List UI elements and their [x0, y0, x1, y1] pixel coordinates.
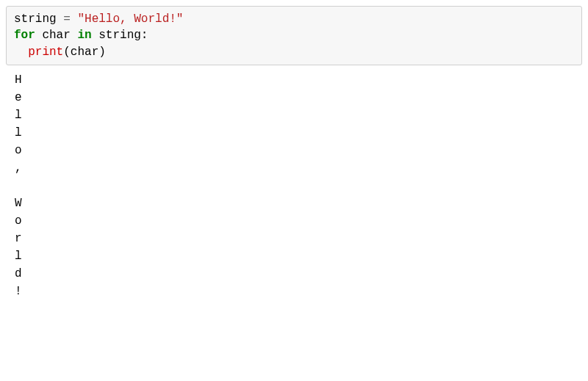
- output-line: r: [15, 232, 22, 245]
- colon: :: [141, 29, 148, 42]
- output-line: l: [15, 109, 22, 122]
- assign-operator: =: [57, 12, 78, 26]
- string-literal: "Hello, World!": [77, 12, 183, 26]
- code-line-1: string = "Hello, World!": [14, 12, 183, 26]
- output-line: H: [15, 73, 22, 87]
- code-line-2: for char in string:: [14, 29, 148, 42]
- output-line: W: [15, 197, 22, 210]
- iterable-name: string: [92, 29, 141, 42]
- output-line: l: [15, 250, 22, 263]
- for-keyword: for: [14, 29, 35, 42]
- output-line: o: [15, 214, 22, 228]
- in-keyword: in: [77, 29, 91, 42]
- code-line-3: print(char): [14, 46, 106, 59]
- print-builtin: print: [28, 46, 63, 59]
- output-line: o: [15, 144, 22, 157]
- code-input-cell: string = "Hello, World!" for char in str…: [6, 6, 582, 65]
- call-args: (char): [63, 46, 106, 59]
- indent: [14, 46, 28, 59]
- output-line: d: [15, 267, 22, 280]
- output-line: e: [15, 91, 22, 104]
- output-line: ,: [15, 162, 22, 175]
- output-line: l: [15, 126, 22, 139]
- output-line: !: [15, 285, 22, 298]
- loop-variable: char: [35, 29, 78, 42]
- variable-name: string: [14, 12, 57, 26]
- output-cell: H e l l o , W o r l d !: [6, 65, 582, 300]
